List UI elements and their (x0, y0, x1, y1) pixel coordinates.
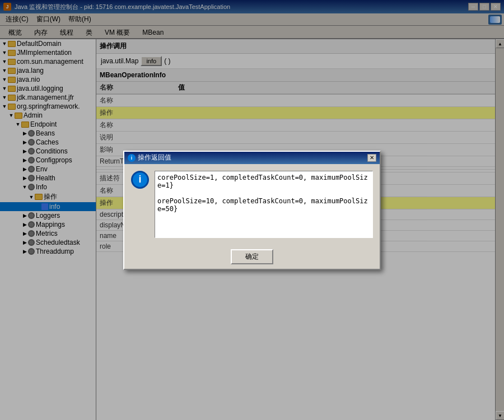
ok-button[interactable]: 确定 (231, 249, 273, 264)
modal-title-left: i 操作返回值 (128, 153, 171, 162)
modal-title-bar: i 操作返回值 ✕ (124, 152, 380, 164)
modal-close-button[interactable]: ✕ (367, 154, 376, 162)
info-icon: i (131, 171, 149, 189)
modal-overlay: i 操作返回值 ✕ i corePoolSize=1, completedTas… (0, 0, 504, 420)
modal-footer: 确定 (124, 245, 380, 269)
modal-text-area: corePoolSize=1, completedTaskCount=0, ma… (155, 171, 373, 238)
modal-title-icon: i (128, 154, 136, 162)
modal-content: i corePoolSize=1, completedTaskCount=0, … (124, 164, 380, 245)
modal-dialog: i 操作返回值 ✕ i corePoolSize=1, completedTas… (123, 151, 381, 270)
modal-title-text: 操作返回值 (138, 153, 171, 162)
